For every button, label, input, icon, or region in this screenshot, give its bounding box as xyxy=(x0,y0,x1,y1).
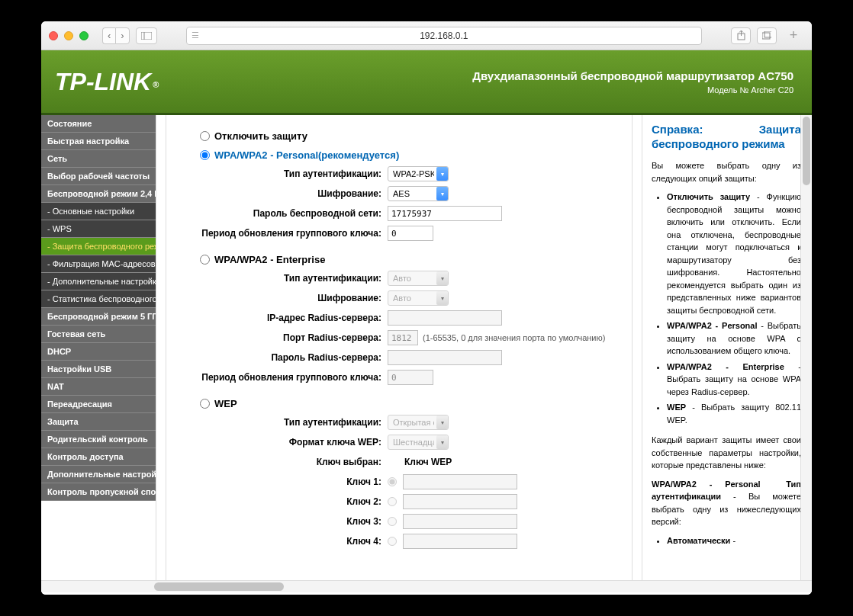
wep-key2-input[interactable] xyxy=(403,494,517,509)
sidebar-item[interactable]: - Защита беспроводного режима xyxy=(41,238,156,255)
forward-button[interactable]: › xyxy=(115,27,129,44)
product-title: Двухдиапазонный беспроводной маршрутизат… xyxy=(472,69,793,82)
svg-rect-5 xyxy=(764,31,771,37)
ent-group-input[interactable] xyxy=(388,370,433,385)
sidebar-item[interactable]: - WPS xyxy=(41,220,156,238)
radius-port-input[interactable] xyxy=(388,330,418,345)
help-panel: Справка:Защита беспроводного режима Вы м… xyxy=(642,115,812,580)
wep-key1-input[interactable] xyxy=(403,474,517,489)
address-bar[interactable]: ☰ 192.168.0.1 xyxy=(186,27,702,45)
wpa-password-input[interactable] xyxy=(388,206,502,221)
sidebar-item[interactable]: Настройки USB xyxy=(41,361,156,378)
sidebar-toggle-button[interactable] xyxy=(136,27,157,44)
sidebar-item[interactable]: Переадресация xyxy=(41,396,156,413)
divider xyxy=(632,115,642,580)
wep-key2-radio[interactable] xyxy=(388,497,397,506)
sidebar-item[interactable]: Беспроводной режим 2,4 ГГц xyxy=(41,185,156,203)
product-model: Модель № Archer C20 xyxy=(472,85,793,95)
wpa-enterprise-label: WPA/WPA2 - Enterprise xyxy=(214,254,325,265)
divider xyxy=(156,115,166,580)
dropdown-icon: ▾ xyxy=(436,187,448,201)
wpa-personal-label: WPA/WPA2 - Personal(рекомендуется) xyxy=(214,149,399,161)
tabs-button[interactable] xyxy=(757,27,777,44)
reader-icon: ☰ xyxy=(192,30,199,40)
sidebar-item[interactable]: Беспроводной режим 5 ГГц xyxy=(41,308,156,326)
wep-key4-input[interactable] xyxy=(403,534,517,549)
sidebar-item[interactable]: Гостевая сеть xyxy=(41,326,156,343)
svg-rect-0 xyxy=(141,32,152,40)
wep-key3-radio[interactable] xyxy=(388,517,397,526)
scrollbar-thumb[interactable] xyxy=(154,582,284,591)
sidebar-item[interactable]: Сеть xyxy=(41,150,156,168)
share-button[interactable] xyxy=(731,27,751,44)
dropdown-icon: ▾ xyxy=(436,167,448,181)
dropdown-icon: ▾ xyxy=(436,415,448,429)
sidebar-item[interactable]: Дополнительные настройки маршрутизации xyxy=(41,466,156,483)
sidebar-item[interactable]: - Дополнительные настройки xyxy=(41,273,156,290)
wep-key3-input[interactable] xyxy=(403,514,517,529)
wep-label: WEP xyxy=(214,398,237,409)
settings-panel: Отключить защиту WPA/WPA2 - Personal(рек… xyxy=(166,115,632,580)
nav-sidebar: СостояниеБыстрая настройкаСетьВыбор рабо… xyxy=(41,115,156,580)
brand-logo: TP-LINK® xyxy=(55,68,157,96)
horizontal-scrollbar[interactable] xyxy=(41,580,812,592)
sidebar-item[interactable]: - Основные настройки xyxy=(41,203,156,220)
router-banner: TP-LINK® Двухдиапазонный беспроводной ма… xyxy=(41,50,812,115)
sidebar-item[interactable]: DHCP xyxy=(41,343,156,361)
sidebar-item[interactable]: Контроль пропускной способности xyxy=(41,483,156,501)
url-text: 192.168.0.1 xyxy=(420,30,468,41)
sidebar-item[interactable]: Защита xyxy=(41,413,156,431)
maximize-window-button[interactable] xyxy=(79,31,89,40)
sidebar-item[interactable]: Контроль доступа xyxy=(41,448,156,466)
wpa-enterprise-radio[interactable] xyxy=(200,255,210,265)
vertical-scrollbar[interactable] xyxy=(800,115,812,580)
sidebar-item[interactable]: Быстрая настройка xyxy=(41,133,156,150)
sidebar-item[interactable]: NAT xyxy=(41,378,156,396)
back-button[interactable]: ‹ xyxy=(102,27,115,44)
disable-security-radio[interactable] xyxy=(200,131,210,141)
sidebar-item[interactable]: Родительский контроль xyxy=(41,431,156,448)
radius-password-input[interactable] xyxy=(388,350,502,365)
page-content: TP-LINK® Двухдиапазонный беспроводной ма… xyxy=(41,50,812,595)
dropdown-icon: ▾ xyxy=(436,435,448,449)
minimize-window-button[interactable] xyxy=(64,31,73,40)
help-title: Справка:Защита xyxy=(652,123,801,136)
group-key-input[interactable] xyxy=(388,226,433,241)
disable-security-label: Отключить защиту xyxy=(214,130,307,142)
new-tab-button[interactable]: + xyxy=(783,25,804,47)
sidebar-item[interactable]: - Фильтрация MAC-адресов xyxy=(41,255,156,273)
sidebar-item[interactable]: Состояние xyxy=(41,115,156,133)
wpa-personal-radio[interactable] xyxy=(200,150,210,160)
browser-titlebar: ‹ › ☰ 192.168.0.1 + xyxy=(41,21,812,50)
dropdown-icon: ▾ xyxy=(436,271,448,285)
sidebar-item[interactable]: - Статистика беспроводного режима xyxy=(41,290,156,308)
sidebar-item[interactable]: Выбор рабочей частоты xyxy=(41,168,156,185)
close-window-button[interactable] xyxy=(49,31,58,40)
radius-ip-input[interactable] xyxy=(388,310,502,326)
wep-key4-radio[interactable] xyxy=(388,537,397,546)
wep-key1-radio[interactable] xyxy=(388,477,397,486)
wep-radio[interactable] xyxy=(200,399,210,409)
scrollbar-thumb[interactable] xyxy=(803,117,810,185)
svg-rect-4 xyxy=(762,33,770,39)
dropdown-icon: ▾ xyxy=(436,291,448,305)
